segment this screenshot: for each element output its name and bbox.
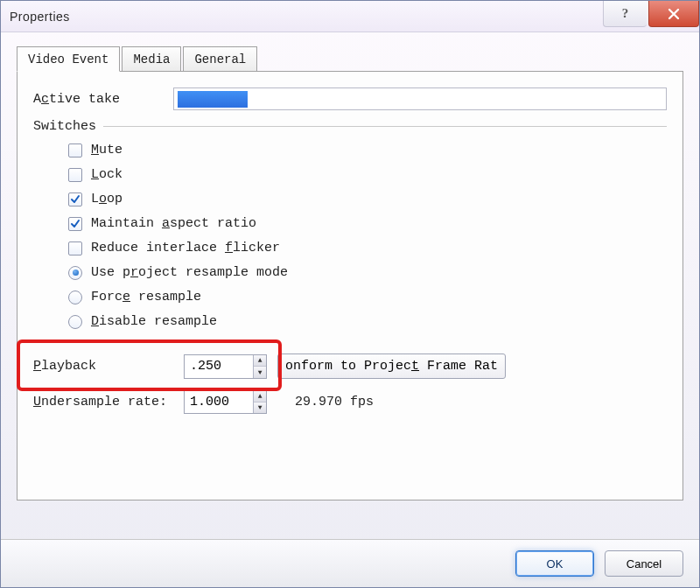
checkbox-icon [68,192,82,206]
radio-dot [73,270,79,276]
radio-icon [68,315,82,329]
check-label: Loop [91,192,122,206]
checkmark-icon [70,194,80,205]
checkmark-icon [70,219,80,229]
properties-window: Properties ? Video Event Media General A… [0,0,700,588]
titlebar-controls: ? [603,1,699,29]
spin-up[interactable]: ▲ [254,355,266,368]
switches-header: Switches [33,119,667,134]
active-take-row: Active take [33,88,667,110]
tabstrip: Video Event Media General [17,46,683,72]
radio-force-resample[interactable]: Force resample [68,290,667,304]
check-label: Mute [91,143,122,158]
group-label: Switches [33,119,96,134]
spin-down[interactable]: ▼ [254,402,266,414]
spin-up[interactable]: ▲ [254,390,266,402]
button-label: Cancel [626,557,662,570]
undersample-spinner[interactable]: ▲ ▼ [184,389,267,414]
close-icon [667,7,681,21]
check-label: Reduce interlace flicker [91,241,280,256]
resample-group: Use project resample mode Force resample… [33,265,667,329]
spin-down[interactable]: ▼ [254,367,266,378]
conform-frame-rate-button[interactable]: onform to Project Frame Rat [277,354,506,379]
text-selection [178,91,248,108]
checkbox-icon [68,144,82,158]
check-label: Lock [91,167,122,182]
active-take-label: Active take [33,92,173,107]
button-label: OK [547,557,564,570]
check-reduce-flicker[interactable]: Reduce interlace flicker [68,241,667,256]
tabpage-video-event: Active take Switches Mute Lock [17,72,683,500]
checkbox-icon [68,168,82,182]
radio-icon [68,266,82,280]
playback-row: Playback ▲ ▼ onform to Project Frame Rat [33,354,667,379]
radio-label: Disable resample [91,314,217,329]
window-title: Properties [10,10,70,24]
help-icon: ? [622,6,629,21]
tab-media[interactable]: Media [122,46,181,72]
tab-label: Media [133,52,170,66]
tab-label: Video Event [28,52,108,66]
playback-spinner[interactable]: ▲ ▼ [184,354,267,379]
radio-project-resample[interactable]: Use project resample mode [68,265,667,280]
check-loop[interactable]: Loop [68,192,667,206]
ok-button[interactable]: OK [515,550,594,577]
help-button[interactable]: ? [603,1,647,27]
spinner-buttons: ▲ ▼ [253,355,266,378]
playback-label: Playback [33,359,173,374]
dialog-body: Video Event Media General Active take Sw… [1,32,699,539]
check-label: Maintain aspect ratio [91,216,256,231]
fps-readout: 29.970 fps [295,395,374,410]
radio-disable-resample[interactable]: Disable resample [68,314,667,329]
radio-label: Use project resample mode [91,265,288,280]
dialog-footer: OK Cancel [1,539,699,587]
radio-label: Force resample [91,290,201,304]
checkbox-icon [68,242,82,256]
divider [103,126,667,127]
tab-general[interactable]: General [183,46,257,72]
undersample-row: Undersample rate: ▲ ▼ 29.970 fps [33,389,667,414]
spinner-buttons: ▲ ▼ [253,390,266,413]
active-take-input[interactable] [173,88,667,110]
close-button[interactable] [648,1,699,27]
playback-input[interactable] [185,355,253,378]
tab-video-event[interactable]: Video Event [17,46,120,72]
checkbox-icon [68,217,82,231]
undersample-input[interactable] [185,390,253,413]
cancel-button[interactable]: Cancel [605,550,683,577]
check-aspect[interactable]: Maintain aspect ratio [68,216,667,231]
titlebar: Properties ? [1,1,699,32]
check-mute[interactable]: Mute [68,143,667,158]
check-lock[interactable]: Lock [68,167,667,182]
undersample-label: Undersample rate: [33,395,173,410]
button-label: onform to Project Frame Rat [285,359,498,374]
radio-icon [68,290,82,304]
tab-label: General [194,52,246,66]
